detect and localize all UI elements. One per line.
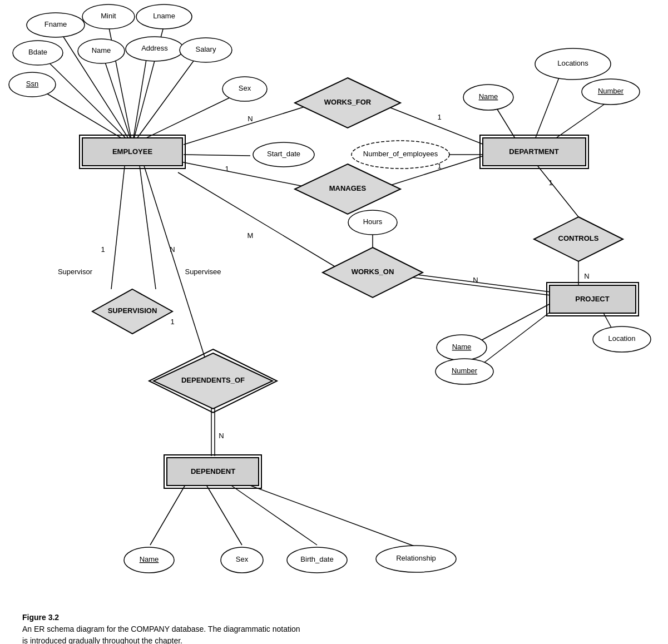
svg-text:WORKS_ON: WORKS_ON [352, 267, 394, 276]
svg-text:Name: Name [92, 46, 111, 55]
svg-line-6 [132, 56, 197, 145]
svg-text:Fname: Fname [44, 20, 67, 28]
svg-text:Relationship: Relationship [396, 554, 436, 562]
svg-text:1: 1 [170, 318, 174, 326]
svg-text:CONTROLS: CONTROLS [558, 234, 599, 242]
svg-text:1: 1 [548, 179, 552, 187]
svg-text:Bdate: Bdate [28, 48, 47, 56]
svg-line-8 [132, 92, 242, 145]
svg-line-22 [534, 161, 578, 217]
project-label: PROJECT [575, 295, 609, 303]
svg-text:Sex: Sex [236, 555, 249, 563]
svg-text:N: N [219, 432, 224, 440]
svg-text:Number_of_employees: Number_of_employees [363, 150, 438, 158]
svg-text:Location: Location [608, 334, 635, 343]
svg-line-37 [139, 161, 156, 289]
svg-text:Lname: Lname [153, 12, 175, 20]
dependent-label: DEPENDENT [191, 467, 235, 475]
svg-text:1: 1 [225, 165, 229, 173]
svg-line-13 [534, 78, 559, 142]
svg-line-48 [222, 479, 317, 545]
svg-text:M: M [248, 231, 254, 240]
svg-text:N: N [473, 276, 478, 284]
svg-text:1: 1 [437, 113, 441, 121]
department-label: DEPARTMENT [509, 147, 558, 156]
svg-text:Supervisee: Supervisee [185, 267, 221, 276]
figure-caption: Figure 3.2 An ER schema diagram for the … [11, 606, 345, 644]
svg-line-3 [42, 56, 132, 145]
svg-text:Name: Name [452, 343, 472, 351]
svg-text:Start_date: Start_date [267, 150, 300, 158]
svg-text:SUPERVISION: SUPERVISION [108, 306, 157, 315]
svg-line-16 [184, 155, 250, 156]
svg-text:Locations: Locations [557, 59, 588, 67]
svg-line-49 [234, 479, 414, 546]
svg-text:Name: Name [140, 555, 159, 563]
svg-line-11 [378, 103, 484, 145]
caption-line1: An ER schema diagram for the COMPANY dat… [22, 625, 300, 633]
svg-line-14 [495, 106, 517, 142]
svg-line-5 [132, 53, 147, 145]
svg-line-15 [551, 103, 606, 142]
svg-text:Supervisor: Supervisor [58, 267, 93, 276]
svg-text:Hours: Hours [363, 217, 383, 226]
svg-text:WORKS_FOR: WORKS_FOR [324, 98, 372, 106]
svg-text:Birth_date: Birth_date [300, 555, 333, 563]
employee-label: EMPLOYEE [112, 147, 153, 156]
svg-text:MANAGES: MANAGES [329, 184, 367, 192]
svg-line-7 [34, 86, 132, 145]
svg-text:Number: Number [452, 366, 478, 375]
svg-text:Minit: Minit [101, 12, 116, 20]
svg-text:Ssn: Ssn [26, 80, 38, 88]
svg-line-9 [184, 103, 317, 145]
figure-title: Figure 3.2 [22, 613, 59, 622]
svg-text:Sex: Sex [239, 84, 251, 92]
svg-text:1: 1 [101, 245, 105, 254]
svg-text:Salary: Salary [196, 45, 216, 53]
svg-text:Name: Name [479, 92, 498, 101]
caption-line2: is introduced gradually throughout the c… [22, 636, 182, 644]
svg-text:N: N [248, 115, 253, 123]
svg-line-35 [111, 161, 125, 289]
svg-text:N: N [584, 272, 589, 280]
svg-text:DEPENDENTS_OF: DEPENDENTS_OF [181, 376, 245, 384]
svg-text:Address: Address [141, 44, 168, 52]
svg-text:Number: Number [598, 87, 624, 95]
er-diagram: .entity-rect { fill: #d0d0d0; stroke: #0… [0, 0, 668, 606]
